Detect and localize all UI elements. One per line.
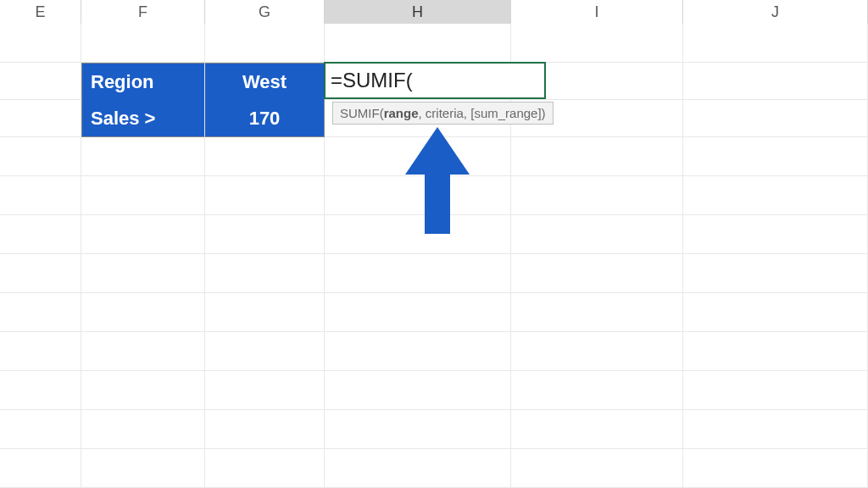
row-1 [0,24,868,63]
cell-E1[interactable] [0,24,81,62]
cell-J3[interactable] [683,100,868,136]
annotation-arrow-icon [405,127,470,234]
cell-E8[interactable] [0,293,81,331]
col-header-F[interactable]: F [81,0,205,24]
cell-I7[interactable] [511,254,683,292]
cell-G8[interactable] [205,293,325,331]
cell-H9[interactable] [325,332,511,370]
cell-I8[interactable] [511,293,683,331]
col-header-G[interactable]: G [205,0,325,24]
cell-I6[interactable] [511,215,683,253]
cell-J6[interactable] [683,215,868,253]
cell-F3-sales-label[interactable]: Sales > [81,100,205,137]
cell-J7[interactable] [683,254,868,292]
cell-E9[interactable] [0,332,81,370]
cell-F9[interactable] [81,332,205,370]
spreadsheet-grid: E F G H I J Region West Sales > 170 [0,0,868,488]
cell-G4[interactable] [205,137,325,175]
cell-E5[interactable] [0,176,81,214]
cell-E2[interactable] [0,63,81,99]
cell-G6[interactable] [205,215,325,253]
cell-G11[interactable] [205,410,325,448]
cell-H10[interactable] [325,371,511,409]
cell-J8[interactable] [683,293,868,331]
cell-F8[interactable] [81,293,205,331]
formula-tooltip: SUMIF(range, criteria, [sum_range]) [332,102,554,125]
cell-F2-region-label[interactable]: Region [81,63,205,100]
cell-E10[interactable] [0,371,81,409]
cell-I1[interactable] [511,24,683,62]
cell-I10[interactable] [511,371,683,409]
cell-F4[interactable] [81,137,205,175]
cell-F12[interactable] [81,449,205,487]
cell-J9[interactable] [683,332,868,370]
cell-H11[interactable] [325,410,511,448]
active-cell-H2-formula-input[interactable]: =SUMIF( [324,62,546,99]
cell-E3[interactable] [0,100,81,136]
tooltip-bold-arg: range [384,106,419,120]
col-header-E[interactable]: E [0,0,81,24]
cell-F5[interactable] [81,176,205,214]
cell-I4[interactable] [511,137,683,175]
cell-G1[interactable] [205,24,325,62]
cell-J5[interactable] [683,176,868,214]
cell-J10[interactable] [683,371,868,409]
cell-G5[interactable] [205,176,325,214]
row-11 [0,410,868,449]
row-10 [0,371,868,410]
cell-G7[interactable] [205,254,325,292]
cell-F10[interactable] [81,371,205,409]
cell-F11[interactable] [81,410,205,448]
cell-H8[interactable] [325,293,511,331]
cell-E12[interactable] [0,449,81,487]
cell-J12[interactable] [683,449,868,487]
column-headers: E F G H I J [0,0,868,24]
cell-J11[interactable] [683,410,868,448]
cell-I11[interactable] [511,410,683,448]
cell-E11[interactable] [0,410,81,448]
row-9 [0,332,868,371]
col-header-H[interactable]: H [325,0,511,24]
cell-F6[interactable] [81,215,205,253]
row-7 [0,254,868,293]
cell-E7[interactable] [0,254,81,292]
cell-H12[interactable] [325,449,511,487]
cell-G9[interactable] [205,332,325,370]
cell-F7[interactable] [81,254,205,292]
tooltip-fn: SUMIF( [340,106,384,120]
cell-H7[interactable] [325,254,511,292]
row-8 [0,293,868,332]
col-header-J[interactable]: J [683,0,868,24]
row-12 [0,449,868,488]
cell-G10[interactable] [205,371,325,409]
cell-F1[interactable] [81,24,205,62]
cell-H1[interactable] [325,24,511,62]
cell-G12[interactable] [205,449,325,487]
col-header-I[interactable]: I [511,0,683,24]
tooltip-rest: , criteria, [sum_range]) [419,106,546,120]
cell-G2-region-value[interactable]: West [205,63,325,100]
cell-I5[interactable] [511,176,683,214]
cell-I9[interactable] [511,332,683,370]
cell-I12[interactable] [511,449,683,487]
cell-E6[interactable] [0,215,81,253]
cell-J4[interactable] [683,137,868,175]
cell-E4[interactable] [0,137,81,175]
cell-J2[interactable] [683,63,868,99]
cell-J1[interactable] [683,24,868,62]
cell-G3-sales-value[interactable]: 170 [205,100,325,137]
